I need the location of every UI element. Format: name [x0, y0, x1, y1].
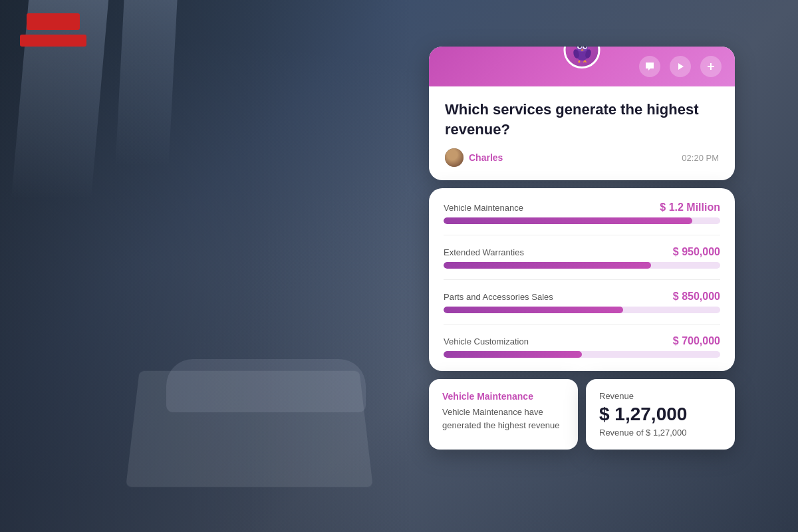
play-icon-btn[interactable] [670, 56, 691, 77]
bar-track-0 [444, 217, 720, 224]
info-card-revenue: Revenue $ 1,27,000 Revenue of $ 1,27,000 [586, 379, 735, 450]
avatar [445, 148, 464, 167]
ui-overlay: Which services generate the highest reve… [429, 47, 735, 450]
info-card-service: Vehicle Maintenance Vehicle Maintenance … [429, 379, 578, 450]
revenue-amount: $ 1,27,000 [599, 404, 722, 425]
bar-fill-1 [444, 262, 651, 269]
bar-label-row-2: Parts and Accessories Sales $ 850,000 [444, 291, 720, 303]
user-name: Charles [469, 152, 503, 163]
svg-line-14 [585, 61, 586, 63]
chat-card: Which services generate the highest reve… [429, 47, 735, 180]
chat-header-icons [639, 56, 722, 77]
bar-fill-2 [444, 307, 623, 313]
bar-row-3: Vehicle Customization $ 700,000 [444, 335, 720, 358]
bar-label-3: Vehicle Customization [444, 336, 529, 346]
bar-label-2: Parts and Accessories Sales [444, 292, 553, 302]
bar-label-row-1: Extended Warranties $ 950,000 [444, 246, 720, 258]
bar-row-2: Parts and Accessories Sales $ 850,000 [444, 291, 720, 313]
revenue-sub: Revenue of $ 1,27,000 [599, 428, 722, 438]
chat-meta: Charles 02:20 PM [445, 148, 719, 167]
svg-marker-15 [678, 63, 684, 70]
laptop-surface [126, 371, 373, 487]
avatar-image [445, 148, 464, 167]
bar-label-0: Vehicle Maintenance [444, 203, 523, 213]
info-card-1-title: Vehicle Maintenance [442, 391, 565, 402]
chat-question: Which services generate the highest reve… [445, 100, 719, 139]
chat-body: Which services generate the highest reve… [429, 86, 735, 180]
red-sign-2 [20, 35, 86, 47]
bar-fill-3 [444, 351, 582, 358]
avatar-container [564, 47, 600, 68]
chart-card: Vehicle Maintenance $ 1.2 Million Extend… [429, 188, 735, 371]
owl-avatar [564, 47, 600, 68]
bar-fill-0 [444, 217, 692, 224]
plus-icon-btn[interactable] [700, 56, 722, 77]
bar-label-1: Extended Warranties [444, 247, 524, 257]
window-light-2 [115, 0, 177, 166]
bar-track-3 [444, 351, 720, 358]
info-card-1-text: Vehicle Maintenance have generated the h… [442, 406, 565, 432]
chat-icon-btn[interactable] [639, 56, 660, 77]
divider-1 [444, 235, 720, 235]
bar-row-0: Vehicle Maintenance $ 1.2 Million [444, 201, 720, 224]
divider-3 [444, 324, 720, 325]
bar-label-row-0: Vehicle Maintenance $ 1.2 Million [444, 201, 720, 213]
divider-2 [444, 279, 720, 280]
bar-value-1: $ 950,000 [673, 246, 720, 258]
bottom-cards: Vehicle Maintenance Vehicle Maintenance … [429, 379, 735, 450]
bar-track-1 [444, 262, 720, 269]
bar-value-2: $ 850,000 [673, 291, 720, 303]
chat-header [429, 47, 735, 86]
bar-value-0: $ 1.2 Million [660, 201, 720, 213]
bar-value-3: $ 700,000 [673, 335, 720, 347]
user-info: Charles [445, 148, 503, 167]
bar-label-row-3: Vehicle Customization $ 700,000 [444, 335, 720, 347]
red-sign-1 [27, 13, 80, 30]
chat-time: 02:20 PM [682, 153, 719, 163]
revenue-label: Revenue [599, 391, 722, 401]
bar-row-1: Extended Warranties $ 950,000 [444, 246, 720, 269]
bar-track-2 [444, 307, 720, 313]
